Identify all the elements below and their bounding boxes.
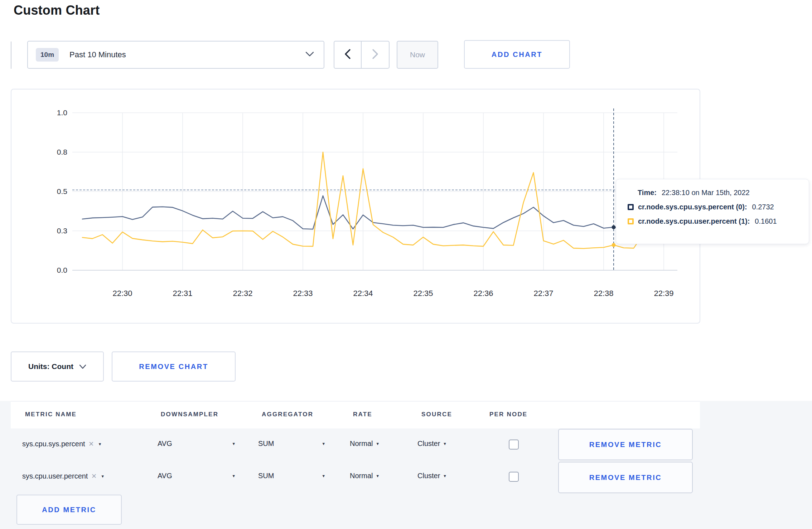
add-chart-button[interactable]: ADD CHART — [464, 40, 570, 69]
chevron-left-icon — [344, 49, 351, 61]
downsampler-select[interactable]: AVG — [158, 472, 172, 480]
y-tick-label: 0.3 — [57, 227, 67, 235]
metric-name-select[interactable]: sys.cpu.sys.percent × ▾ — [22, 440, 101, 448]
aggregator-select[interactable]: SUM — [258, 440, 274, 448]
per-node-checkbox[interactable] — [509, 472, 519, 482]
col-header-metric-name: METRIC NAME — [25, 411, 77, 418]
x-tick-label: 22:37 — [533, 289, 553, 298]
units-label: Units: Count — [28, 362, 73, 371]
caret-down-icon: ▾ — [376, 473, 379, 479]
col-header-downsampler: DOWNSAMPLER — [161, 411, 218, 418]
tooltip-series-value: 0.2732 — [752, 203, 774, 211]
chevron-down-icon — [305, 51, 314, 58]
col-header-source: SOURCE — [421, 411, 452, 418]
col-header-per-node: PER NODE — [489, 411, 527, 418]
source-select[interactable]: Cluster ▾ — [417, 472, 446, 480]
series-line-user — [82, 152, 674, 248]
time-range-label: Past 10 Minutes — [69, 50, 126, 59]
hover-point-user — [612, 243, 616, 247]
tooltip-series-label: cr.node.sys.cpu.sys.percent (0): — [638, 203, 747, 211]
x-tick-label: 22:34 — [353, 289, 373, 298]
toolbar-divider — [11, 42, 11, 69]
per-node-checkbox[interactable] — [509, 440, 519, 450]
x-tick-label: 22:35 — [413, 289, 433, 298]
prev-interval-button[interactable] — [334, 42, 362, 68]
remove-tag-icon[interactable]: × — [89, 440, 94, 448]
col-header-rate: RATE — [353, 411, 372, 418]
next-interval-button[interactable] — [362, 42, 389, 68]
x-tick-label: 22:31 — [173, 289, 192, 298]
x-tick-label: 22:30 — [112, 289, 132, 298]
tooltip-series-value: 0.1601 — [755, 217, 777, 225]
add-metric-button[interactable]: ADD METRIC — [16, 495, 122, 525]
y-tick-label: 0.5 — [57, 187, 67, 195]
remove-chart-button[interactable]: REMOVE CHART — [112, 351, 236, 382]
series-swatch-user-icon — [628, 218, 634, 224]
timeseries-chart[interactable]: 22:3022:3122:3222:3322:3422:3522:3622:37… — [11, 89, 700, 323]
downsampler-select[interactable]: AVG — [158, 440, 172, 448]
chart-hover-tooltip: Time: 22:38:10 on Mar 15th, 2022 cr.node… — [616, 179, 809, 244]
x-tick-label: 22:38 — [594, 289, 613, 298]
tooltip-time-label: Time: — [638, 189, 657, 197]
y-tick-label: 1.0 — [57, 108, 67, 117]
chevron-down-icon — [79, 362, 86, 371]
caret-down-icon: ▾ — [376, 441, 379, 446]
chart-card: 22:3022:3122:3222:3322:3422:3522:3622:37… — [11, 89, 700, 324]
caret-down-icon: ▾ — [444, 473, 446, 479]
units-dropdown[interactable]: Units: Count — [11, 351, 104, 382]
time-pager — [334, 41, 390, 69]
hover-point-sys — [612, 225, 616, 229]
tooltip-series-label: cr.node.sys.cpu.user.percent (1): — [638, 217, 750, 225]
remove-metric-button[interactable]: REMOVE METRIC — [558, 429, 693, 460]
remove-metric-button[interactable]: REMOVE METRIC — [558, 462, 693, 493]
caret-down-icon: ▾ — [322, 441, 325, 446]
caret-down-icon: ▾ — [444, 441, 446, 446]
rate-select[interactable]: Normal ▾ — [350, 472, 379, 480]
y-tick-label: 0.8 — [57, 148, 67, 156]
remove-tag-icon[interactable]: × — [91, 472, 96, 480]
series-line-sys — [82, 196, 674, 229]
series-swatch-sys-icon — [628, 204, 634, 210]
page-title: Custom Chart — [14, 3, 100, 18]
time-range-dropdown[interactable]: 10m Past 10 Minutes — [27, 41, 324, 69]
x-tick-label: 22:39 — [654, 289, 673, 298]
caret-down-icon: ▾ — [232, 473, 235, 479]
source-select[interactable]: Cluster ▾ — [417, 440, 446, 448]
time-range-badge: 10m — [36, 48, 59, 62]
col-header-aggregator: AGGREGATOR — [262, 411, 313, 418]
caret-down-icon: ▾ — [99, 441, 101, 447]
x-tick-label: 22:33 — [293, 289, 313, 298]
x-tick-label: 22:32 — [233, 289, 252, 298]
aggregator-select[interactable]: SUM — [258, 472, 274, 480]
caret-down-icon: ▾ — [322, 473, 325, 479]
tooltip-time-value: 22:38:10 on Mar 15th, 2022 — [662, 189, 750, 197]
x-tick-label: 22:36 — [473, 289, 493, 298]
caret-down-icon: ▾ — [101, 474, 104, 479]
rate-select[interactable]: Normal ▾ — [350, 440, 379, 448]
now-button[interactable]: Now — [397, 41, 438, 69]
chevron-right-icon — [372, 49, 379, 61]
y-tick-label: 0.0 — [57, 266, 67, 274]
metric-name-select[interactable]: sys.cpu.user.percent × ▾ — [22, 472, 104, 480]
custom-chart-page: Custom Chart 10m Past 10 Minutes Now ADD… — [0, 0, 812, 529]
caret-down-icon: ▾ — [232, 441, 235, 446]
